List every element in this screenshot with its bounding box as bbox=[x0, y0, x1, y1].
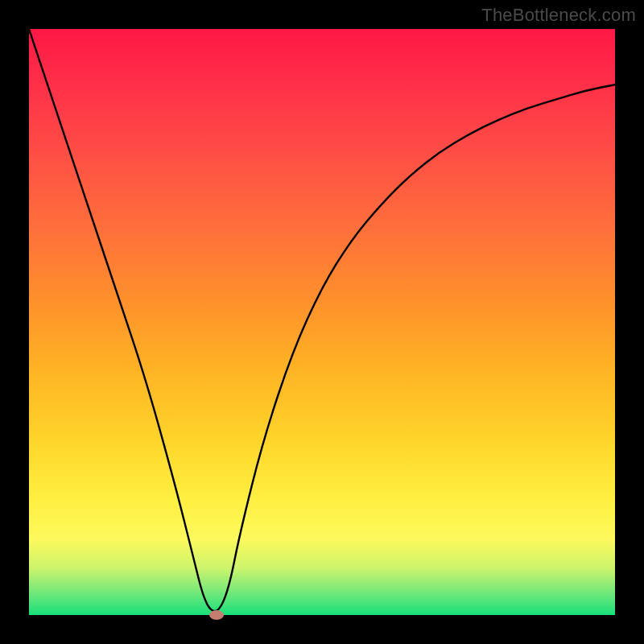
plot-area bbox=[29, 29, 615, 615]
bottleneck-curve bbox=[29, 29, 615, 615]
watermark-text: TheBottleneck.com bbox=[481, 5, 636, 26]
chart-frame: TheBottleneck.com bbox=[0, 0, 644, 644]
min-marker bbox=[209, 610, 224, 620]
